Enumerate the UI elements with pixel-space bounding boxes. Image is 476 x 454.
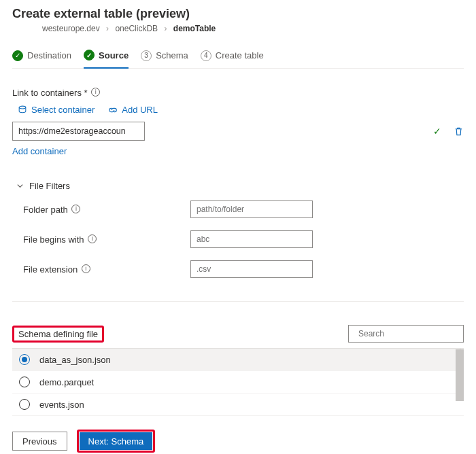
valid-check-icon: ✓ <box>433 126 441 137</box>
info-icon[interactable]: i <box>88 234 97 243</box>
step-label: Source <box>99 50 129 60</box>
radio-icon[interactable] <box>19 354 30 365</box>
file-begins-with-input[interactable] <box>190 230 313 248</box>
previous-button[interactable]: Previous <box>12 432 67 451</box>
schema-defining-file-heading: Schema defining file <box>12 326 104 343</box>
database-icon <box>18 105 27 115</box>
radio-icon[interactable] <box>19 399 30 410</box>
list-item[interactable]: events.json <box>12 394 464 416</box>
step-label: Create table <box>216 50 264 60</box>
delete-button[interactable] <box>454 126 464 137</box>
list-item[interactable]: demo.parquet <box>12 371 464 394</box>
chevron-right-icon: › <box>164 24 167 33</box>
search-input[interactable] <box>357 328 462 339</box>
step-label: Schema <box>156 50 188 60</box>
next-schema-button[interactable]: Next: Schema <box>80 432 153 450</box>
file-name: events.json <box>39 400 84 410</box>
check-icon: ✓ <box>84 50 95 60</box>
file-extension-input[interactable] <box>190 260 313 278</box>
step-destination[interactable]: ✓ Destination <box>12 46 71 68</box>
search-input-wrapper[interactable] <box>348 325 464 343</box>
file-begins-with-label: File begins with i <box>23 234 190 245</box>
chevron-right-icon: › <box>106 24 109 33</box>
add-container-link[interactable]: Add container <box>12 146 67 156</box>
info-icon[interactable]: i <box>91 88 100 97</box>
file-name: demo.parquet <box>39 377 94 387</box>
file-name: data_as_json.json <box>39 355 111 365</box>
step-number-icon: 3 <box>141 50 152 61</box>
trash-icon <box>454 126 464 137</box>
breadcrumb-item[interactable]: oneClickDB <box>115 24 158 33</box>
link-icon <box>108 105 118 115</box>
container-url-input[interactable] <box>12 122 145 141</box>
step-create-table[interactable]: 4 Create table <box>201 46 264 68</box>
select-container-button[interactable]: Select container <box>18 105 95 115</box>
check-icon: ✓ <box>12 50 23 61</box>
folder-path-input[interactable] <box>190 200 313 218</box>
divider <box>12 301 464 302</box>
breadcrumb-item[interactable]: westeurope.dev <box>42 24 100 33</box>
container-toolbar: Select container Add URL <box>18 105 464 115</box>
radio-icon[interactable] <box>19 377 30 387</box>
info-icon[interactable]: i <box>71 205 80 213</box>
folder-path-label: Folder path i <box>23 205 190 215</box>
page-title: Create external table (preview) <box>12 7 464 21</box>
step-label: Destination <box>27 50 71 60</box>
svg-point-0 <box>19 106 26 109</box>
schema-file-list: data_as_json.json demo.parquet events.js… <box>12 348 464 416</box>
list-item[interactable]: data_as_json.json <box>12 349 464 371</box>
step-number-icon: 4 <box>201 50 211 61</box>
step-source[interactable]: ✓ Source <box>84 46 129 69</box>
add-url-button[interactable]: Add URL <box>108 105 158 115</box>
link-to-containers-label: Link to containers i <box>12 88 464 98</box>
breadcrumb-item-current: demoTable <box>173 24 216 33</box>
file-extension-label: File extension i <box>23 264 190 275</box>
info-icon[interactable]: i <box>82 264 90 273</box>
highlight-box: Next: Schema <box>77 430 156 453</box>
scrollbar-thumb[interactable] <box>456 349 464 401</box>
chevron-down-icon <box>16 182 24 190</box>
stepper: ✓ Destination ✓ Source 3 Schema 4 Create… <box>12 43 464 69</box>
breadcrumb: westeurope.dev › oneClickDB › demoTable <box>42 24 464 33</box>
step-schema[interactable]: 3 Schema <box>141 46 188 68</box>
file-filters-toggle[interactable]: File Filters <box>16 181 464 191</box>
